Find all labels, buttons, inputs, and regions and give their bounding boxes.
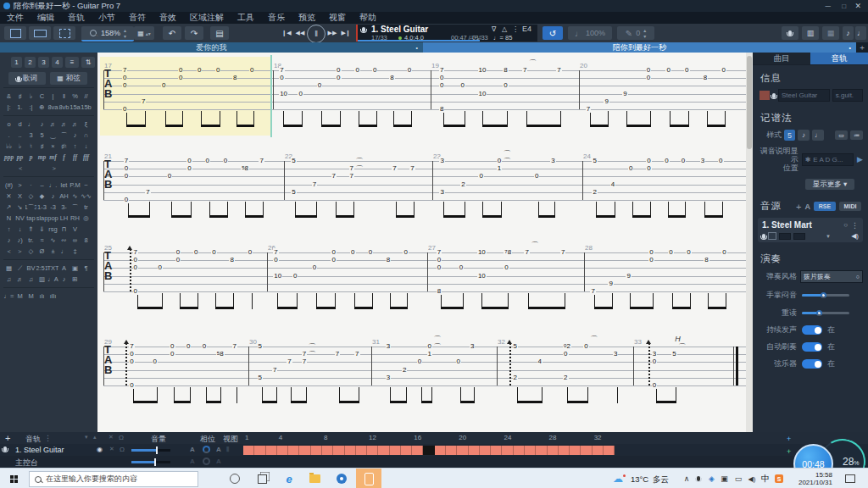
compact-view-icon[interactable]: ▭	[835, 130, 848, 140]
fret-number[interactable]: 0	[460, 81, 465, 89]
fret-number[interactable]: 0	[686, 248, 691, 256]
sogou-icon[interactable]: S	[773, 469, 785, 488]
master-pan-knob[interactable]	[203, 458, 210, 465]
fret-number[interactable]: 10	[478, 66, 487, 74]
downstroke-icon[interactable]: ⊓	[58, 225, 70, 234]
slur-icon[interactable]: ⌒	[58, 130, 70, 140]
fret-number[interactable]: 7	[556, 66, 561, 74]
tab-view-icon[interactable]: ▥	[36, 274, 47, 284]
fret-number[interactable]: 0	[478, 172, 483, 180]
beam-join-icon[interactable]: ♫	[3, 274, 14, 284]
tab-dot-icon[interactable]: •	[416, 45, 418, 51]
staccato-icon[interactable]: ·	[25, 180, 36, 190]
dynamic-mp-icon[interactable]: mp	[36, 152, 47, 162]
pop-icon[interactable]: pop	[47, 214, 58, 223]
track-name-input[interactable]: Steel Guitar	[778, 89, 830, 102]
fret-number[interactable]: 0	[205, 157, 210, 164]
dynamic-ppp-icon[interactable]: ppp	[3, 152, 14, 162]
fret-number[interactable]: 0	[186, 164, 192, 172]
fret-number[interactable]: 0	[563, 350, 568, 358]
zoom-control[interactable]: 158% ▴▾	[81, 26, 134, 42]
taskbar-weather[interactable]: 多云	[653, 474, 669, 485]
fret-number[interactable]: 1	[427, 350, 432, 358]
headphones-icon[interactable]: Ω	[120, 446, 125, 453]
repeat-start-icon[interactable]: |:	[3, 103, 14, 112]
fret-number[interactable]: 0	[665, 66, 670, 74]
timeline-cell[interactable]	[525, 446, 536, 455]
fret-number[interactable]: 5	[258, 342, 263, 350]
fret-number[interactable]: 0	[336, 74, 341, 81]
fret-number[interactable]: 5	[513, 342, 518, 350]
timeline-cell[interactable]	[322, 446, 333, 455]
slide-out-icon[interactable]: ↘	[14, 202, 25, 212]
fret-number[interactable]: 0	[133, 256, 138, 263]
directions-icon[interactable]: ¶	[81, 263, 92, 273]
fret-number[interactable]: 7	[122, 66, 127, 74]
timer-icon[interactable]: 2:51	[36, 263, 47, 273]
slap-icon[interactable]: slap	[36, 214, 47, 223]
timeline-cell[interactable]	[378, 446, 389, 455]
timeline-cell[interactable]	[345, 446, 356, 455]
ime-indicator[interactable]: 中	[760, 469, 771, 488]
master-pan-automation-icon[interactable]: A	[216, 458, 221, 465]
fret-number[interactable]: 1	[497, 164, 502, 172]
fret-number[interactable]: 0	[628, 164, 633, 172]
fret-number[interactable]: 0	[129, 350, 134, 358]
fermata-icon[interactable]: ∩	[81, 130, 92, 140]
slash-notation-icon[interactable]: ♩	[812, 130, 824, 141]
layout-stepper[interactable]: ▦▴▾	[134, 26, 154, 40]
play-style-select[interactable]: 拨片拨奏○	[800, 270, 863, 283]
semitone-up-icon[interactable]: ↑	[70, 141, 81, 151]
quarter-note-icon[interactable]: ♩	[25, 119, 36, 129]
voice-2-button[interactable]: 2	[25, 57, 36, 68]
close-icon[interactable]: ✕	[854, 2, 861, 10]
semitone-down-icon[interactable]: ↓	[81, 141, 92, 151]
fret-number[interactable]: 8	[439, 105, 444, 113]
fret-number[interactable]: 3	[700, 157, 705, 164]
loop-sign-icon[interactable]: ∞	[70, 236, 81, 245]
tremolo-picking-icon[interactable]: ≈	[36, 236, 47, 245]
vocal-panel-button[interactable]	[782, 26, 798, 40]
mute-icon[interactable]: ✕	[109, 446, 114, 452]
maximize-icon[interactable]: □	[842, 3, 846, 10]
multivoice-icon[interactable]: ≡	[65, 57, 79, 68]
fret-number[interactable]: 0	[350, 248, 355, 256]
fret-number[interactable]: 0	[437, 263, 442, 271]
menu-文件[interactable]: 文件	[0, 12, 31, 24]
barre-icon[interactable]: BV	[25, 263, 36, 273]
fret-number[interactable]: 0	[534, 172, 539, 180]
fret-number[interactable]: 7	[232, 342, 237, 350]
fret-number[interactable]: 0	[427, 342, 432, 350]
dead-note-icon[interactable]: ✕	[3, 191, 14, 201]
timeline-cell[interactable]	[604, 446, 615, 455]
ghost-note-icon[interactable]: (#)	[3, 180, 14, 190]
half-note-icon[interactable]: d	[14, 119, 25, 129]
timeline-cell[interactable]	[299, 446, 310, 455]
midi-button[interactable]: MIDI	[839, 202, 861, 211]
fret-number[interactable]: 0	[197, 66, 202, 74]
pan-knob[interactable]	[203, 446, 210, 453]
dotted-note-icon[interactable]: ♩.	[47, 180, 58, 190]
trill-small-icon[interactable]: tr	[81, 202, 92, 212]
slider-track[interactable]	[802, 312, 849, 314]
collapse-icon[interactable]: ▾	[85, 434, 88, 441]
fret-number[interactable]: 0	[175, 256, 181, 263]
fret-number[interactable]: 0	[193, 248, 198, 256]
fret-number[interactable]: 3	[550, 157, 555, 164]
fret-number[interactable]: 7	[522, 66, 527, 74]
menu-帮助[interactable]: 帮助	[353, 12, 383, 24]
fret-number[interactable]: 0	[417, 358, 422, 365]
tie-icon[interactable]: ‿	[47, 130, 58, 140]
natural-harmonic-icon[interactable]: ◇	[25, 191, 36, 201]
chord-diagram-icon[interactable]: ▦	[3, 263, 14, 273]
timeline-cell[interactable]	[446, 446, 457, 455]
barline-icon[interactable]: |	[47, 92, 58, 101]
fret-number[interactable]: 10	[478, 90, 487, 97]
double-flat-icon[interactable]: ♭♭	[3, 141, 14, 151]
zoom-stepper[interactable]: ▴▾	[124, 27, 126, 39]
drumpad-panel-button[interactable]: ▦	[822, 26, 839, 40]
add-source-icon[interactable]: +	[796, 202, 801, 212]
fingering-icon[interactable]: ◎	[81, 214, 92, 223]
fret-number[interactable]: 0	[248, 248, 253, 256]
grace-note-icon[interactable]: ♪	[70, 130, 81, 140]
